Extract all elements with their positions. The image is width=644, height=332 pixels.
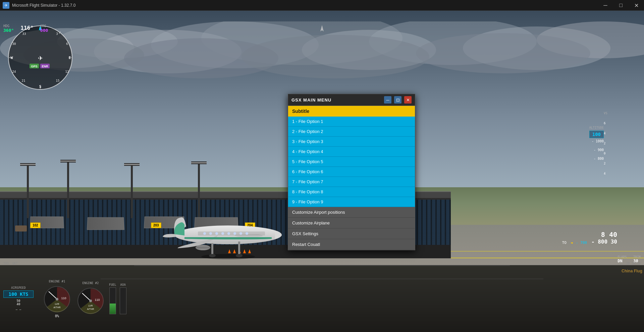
engine1-panel: ENGINE #1 LVR A/THR 110 0% xyxy=(42,280,72,318)
ground-vehicle-1 xyxy=(15,225,27,231)
altitude-value: 100 xyxy=(589,131,604,138)
svg-marker-54 xyxy=(320,25,324,31)
vs-4: 4 xyxy=(604,132,605,135)
engine1-label: ENGINE #1 xyxy=(49,280,65,283)
speed-hundreds: 8 40 xyxy=(591,230,617,239)
svg-text:3: 3 xyxy=(56,32,58,36)
svg-point-11 xyxy=(241,35,429,78)
gsx-menu-item-7[interactable]: 7 - File Option 7 xyxy=(288,177,415,187)
gsx-menu-item-8[interactable]: 8 - File Option 8 xyxy=(288,187,415,197)
engine2-gauge: LVR A/THR 110 xyxy=(75,286,106,316)
gsx-menu-items: 1 - File Option 12 - File Option 23 - Fi… xyxy=(288,117,415,207)
crs-box: CRS 000 xyxy=(40,24,48,33)
flaps-dn: DN xyxy=(618,259,627,263)
window-title: Microsoft Flight Simulator - 1.32.7.0 xyxy=(12,3,598,8)
svg-point-21 xyxy=(227,232,230,235)
window-controls: ─ □ ✕ xyxy=(598,0,644,10)
svg-point-12 xyxy=(416,33,590,73)
alt-tick-900: - 900 xyxy=(594,148,604,152)
gkt-label: GKT xyxy=(12,262,18,265)
gsx-minimize-button[interactable]: ─ xyxy=(384,96,391,104)
svg-text:LVR: LVR xyxy=(55,303,59,305)
flaps-label: FLAPS xyxy=(618,255,627,259)
gsx-menu-item-6[interactable]: 6 - File Option 6 xyxy=(288,167,415,177)
gsx-action-btn-3[interactable]: GSX Settings xyxy=(288,228,415,239)
gsx-menu-item-4[interactable]: 4 - File Option 4 xyxy=(288,147,415,157)
vs-n2: 2 xyxy=(604,162,605,165)
alt-tick-1000: - 1000 xyxy=(592,139,604,143)
right-speed-readout: 20 20 TH xyxy=(626,262,641,265)
to-value: - 700 xyxy=(576,241,587,245)
svg-point-17 xyxy=(203,232,206,235)
aoa-gauge xyxy=(120,287,126,314)
airport-sign-1: 102 xyxy=(30,222,41,228)
svg-rect-27 xyxy=(238,242,240,256)
svg-text:✈: ✈ xyxy=(38,55,43,62)
light-head-1 xyxy=(20,163,36,166)
gsx-subtitle: Subtitle xyxy=(288,106,415,117)
gsx-action-btn-4[interactable]: Restart Couatl xyxy=(288,239,415,250)
crs-label: CRS xyxy=(40,24,48,28)
to-arrow: ◄ xyxy=(571,241,573,245)
gsx-menu-item-2[interactable]: 2 - File Option 2 xyxy=(288,127,415,137)
gsx-restore-button[interactable]: ⊡ xyxy=(394,96,401,104)
watermark: China Flug xyxy=(622,269,642,273)
restore-button[interactable]: □ xyxy=(613,0,629,11)
airspeed-panel: AIRSPEED 100 KTS 50 40 — — xyxy=(3,286,34,311)
svg-text:6: 6 xyxy=(66,42,68,46)
svg-text:24: 24 xyxy=(12,70,16,73)
minimize-button[interactable]: ─ xyxy=(598,0,613,11)
svg-rect-15 xyxy=(196,247,210,249)
vs-0: 0 xyxy=(604,152,605,155)
gsx-close-button[interactable]: ✕ xyxy=(404,96,412,104)
vs-display: VS 6 4 2 0 2 4 xyxy=(604,21,617,265)
altitude-label: ALTITUDE xyxy=(589,126,604,129)
tas-display: TAS GKT xyxy=(3,262,18,265)
gsx-action-btn-1[interactable]: Customize Airport positions xyxy=(288,207,415,218)
simulator-viewport: 102 203 204 xyxy=(0,11,644,332)
speed-50: 50 xyxy=(3,299,34,303)
svg-text:21: 21 xyxy=(22,79,25,82)
svg-text:30: 30 xyxy=(12,42,16,46)
svg-point-25 xyxy=(201,254,255,259)
airspeed-label: AIRSPEED xyxy=(3,286,34,289)
gsx-menu-item-1[interactable]: 1 - File Option 1 xyxy=(288,117,415,127)
to-indicator: TO ◄ - 700 xyxy=(562,241,587,245)
compass-instrument: N 3 6 E 12 15 S 21 24 W 30 xyxy=(7,24,80,98)
engine1-pct: 0% xyxy=(55,314,59,318)
right-readout-value: 20 20 TH xyxy=(626,262,641,265)
large-speed-display: 8 40 - 800 30 xyxy=(591,230,617,245)
gsx-title: GSX MAIN MENU xyxy=(291,97,331,103)
gsx-menu: GSX MAIN MENU ─ ⊡ ✕ Subtitle 1 - File Op… xyxy=(288,94,415,250)
svg-text:12: 12 xyxy=(65,70,69,73)
engine1-gauge: LVR A/THR 110 xyxy=(42,284,72,314)
flaps-display: FLAPS DN xyxy=(618,255,627,263)
alt-tick-800: - 800 xyxy=(594,157,604,160)
hdg-value: 360° xyxy=(3,28,14,33)
title-bar: ✈ Microsoft Flight Simulator - 1.32.7.0 … xyxy=(0,0,644,11)
heading-degrees: 116° xyxy=(20,25,34,33)
gsx-action-btn-2[interactable]: Customize Airplane xyxy=(288,218,415,228)
svg-point-57 xyxy=(56,298,58,301)
svg-point-22 xyxy=(233,232,236,235)
vs-label: VS xyxy=(604,112,607,115)
app-icon: ✈ xyxy=(3,2,9,9)
svg-point-18 xyxy=(209,232,212,235)
svg-text:ENR: ENR xyxy=(42,65,48,68)
speed-dash: — — xyxy=(3,308,34,311)
trim-label: TRIM xyxy=(633,255,641,259)
engine2-label: ENGINE #2 xyxy=(83,281,99,285)
speed-40: 40 xyxy=(3,303,34,306)
gsx-menu-item-9[interactable]: 9 - File Option 9 xyxy=(288,197,415,207)
airplane xyxy=(144,181,305,268)
gsx-menu-item-3[interactable]: 3 - File Option 3 xyxy=(288,137,415,147)
light-pole-3 xyxy=(131,164,133,218)
hdg-label: HDG xyxy=(3,24,14,28)
svg-text:15: 15 xyxy=(56,79,60,82)
svg-text:A/THR: A/THR xyxy=(87,308,94,310)
svg-point-29 xyxy=(236,254,243,257)
fuel-panel: FUEL xyxy=(109,283,116,314)
jetway-2 xyxy=(87,217,124,230)
gsx-menu-item-5[interactable]: 5 - File Option 5 xyxy=(288,157,415,167)
close-button[interactable]: ✕ xyxy=(629,0,644,11)
